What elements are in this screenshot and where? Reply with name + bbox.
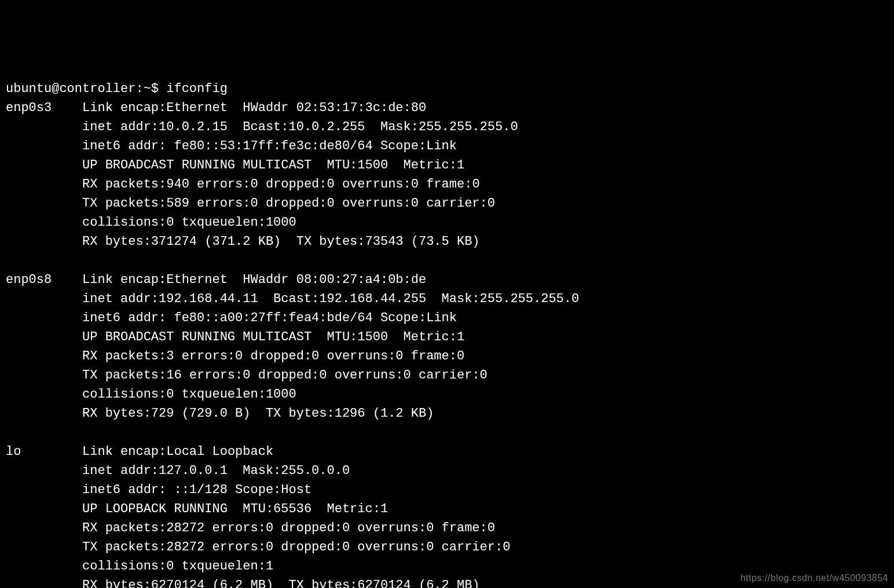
iface-name-0: enp0s3 (6, 101, 52, 115)
rx-packets-1: 3 (166, 349, 174, 363)
flags-2: UP LOOPBACK RUNNING (82, 502, 228, 516)
metric-1: 1 (457, 330, 464, 344)
rx-dropped-1: 0 (312, 349, 319, 363)
rx-frame-0: 0 (472, 177, 479, 192)
rx-dropped-2: 0 (342, 521, 350, 535)
iface-name-1: enp0s8 (6, 273, 52, 287)
collisions-1: 0 (166, 387, 174, 402)
tx-packets-0: 589 (166, 196, 189, 211)
tx-bytes-2: 6270124 (357, 578, 411, 588)
rx-overruns-0: 0 (411, 177, 419, 192)
metric-0: 1 (457, 158, 464, 172)
txqueuelen-2: 1 (266, 559, 273, 574)
tx-dropped-1: 0 (319, 368, 327, 383)
link-encap-1: Ethernet (166, 273, 228, 287)
flags-1: UP BROADCAST RUNNING MULTICAST (82, 330, 312, 344)
rx-bytes-2: 6270124 (151, 578, 204, 588)
tx-overruns-2: 0 (426, 540, 434, 554)
bcast-0: 10.0.2.255 (289, 120, 365, 134)
txqueuelen-1: 1000 (266, 387, 296, 402)
scope-0: Link (426, 139, 457, 153)
pad (21, 444, 74, 459)
rx-overruns-2: 0 (426, 521, 434, 535)
inet-addr-0: 10.0.2.15 (159, 120, 228, 134)
mtu-2: 65536 (273, 502, 312, 516)
txqueuelen-0: 1000 (266, 215, 296, 230)
rx-errors-2: 0 (266, 521, 273, 535)
tx-dropped-0: 0 (327, 196, 335, 211)
collisions-2: 0 (166, 559, 174, 574)
tx-bytes-h-1: (1.2 KB) (373, 406, 434, 421)
rx-bytes-1: 729 (151, 406, 174, 421)
rx-packets-2: 28272 (166, 521, 204, 535)
rx-dropped-0: 0 (327, 177, 335, 192)
mtu-0: 1500 (357, 158, 388, 172)
tx-bytes-h-0: (73.5 KB) (411, 234, 480, 249)
terminal-output[interactable]: ubuntu@controller:~$ ifconfig enp0s3 Lin… (6, 79, 888, 588)
command-text: ifconfig (166, 82, 228, 96)
tx-bytes-0: 73543 (365, 234, 404, 249)
tx-packets-2: 28272 (166, 540, 204, 554)
inet-addr-1: 192.168.44.11 (159, 292, 258, 306)
collisions-0: 0 (166, 215, 174, 230)
mask-2: 255.0.0.0 (281, 464, 350, 478)
tx-bytes-1: 1296 (335, 406, 365, 421)
metric-2: 1 (380, 502, 388, 516)
rx-bytes-0: 371274 (151, 234, 197, 249)
rx-overruns-1: 0 (395, 349, 403, 363)
pad (52, 101, 75, 115)
mask-0: 255.255.255.0 (419, 120, 518, 134)
rx-errors-1: 0 (235, 349, 243, 363)
hwaddr-0: 02:53:17:3c:de:80 (296, 101, 426, 115)
rx-errors-0: 0 (250, 177, 258, 192)
tx-errors-2: 0 (266, 540, 273, 554)
tx-carrier-0: 0 (488, 196, 495, 211)
link-encap-0: Ethernet (166, 101, 228, 115)
tx-carrier-2: 0 (503, 540, 510, 554)
tx-bytes-h-2: (6.2 MB) (419, 578, 480, 588)
mask-1: 255.255.255.0 (480, 292, 580, 306)
link-encap-2: Local Loopback (166, 444, 273, 459)
watermark-text: https://blog.csdn.net/w450093854 (741, 571, 888, 585)
rx-frame-1: 0 (457, 349, 464, 363)
inet-addr-2: 127.0.0.1 (159, 464, 228, 478)
tx-overruns-0: 0 (411, 196, 419, 211)
rx-bytes-h-0: (371.2 KB) (204, 234, 281, 249)
bcast-1: 192.168.44.255 (319, 292, 426, 306)
inet6-0: fe80::53:17ff:fe3c:de80/64 (174, 139, 372, 153)
inet6-2: ::1/128 (174, 483, 227, 497)
tx-carrier-1: 0 (480, 368, 488, 383)
tx-errors-1: 0 (243, 368, 250, 383)
iface-name-2: lo (6, 444, 21, 459)
rx-frame-2: 0 (488, 521, 495, 535)
tx-dropped-2: 0 (342, 540, 350, 554)
mtu-1: 1500 (357, 330, 388, 344)
rx-packets-0: 940 (166, 177, 189, 192)
hwaddr-1: 08:00:27:a4:0b:de (296, 273, 426, 287)
inet6-1: fe80::a00:27ff:fea4:bde/64 (174, 311, 372, 325)
scope-1: Link (426, 311, 457, 325)
flags-0: UP BROADCAST RUNNING MULTICAST (82, 158, 312, 172)
scope-2: Host (281, 483, 312, 497)
tx-overruns-1: 0 (404, 368, 411, 383)
shell-prompt: ubuntu@controller:~$ (6, 82, 166, 96)
rx-bytes-h-2: (6.2 MB) (212, 578, 273, 588)
tx-errors-0: 0 (250, 196, 258, 211)
pad (52, 273, 75, 287)
tx-packets-1: 16 (166, 368, 181, 383)
rx-bytes-h-1: (729.0 B) (182, 406, 251, 421)
